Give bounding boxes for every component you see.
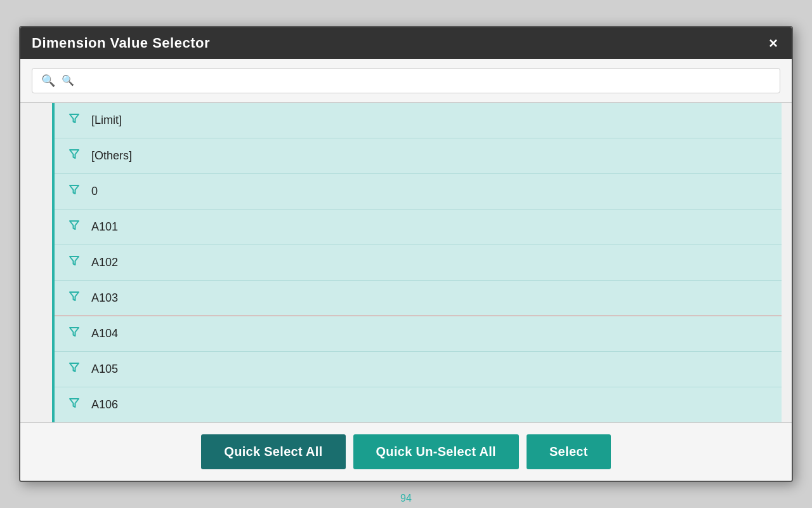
footer: Quick Select All Quick Un-Select All Sel… <box>20 422 792 481</box>
filter-icon <box>67 361 81 378</box>
list-item[interactable]: A103 <box>55 281 782 316</box>
item-label: A101 <box>91 220 118 234</box>
dialog: Dimension Value Selector × 🔍 [Limit] [Ot… <box>19 26 793 482</box>
filter-icon <box>67 183 81 200</box>
list-inner: [Limit] [Others] 0 A101 A102 A103 A104 A… <box>52 103 782 422</box>
list-item[interactable]: [Limit] <box>55 103 782 138</box>
page-number: 94 <box>400 493 412 504</box>
filter-icon <box>67 254 81 271</box>
list-item[interactable]: A101 <box>55 210 782 245</box>
dialog-header: Dimension Value Selector × <box>20 27 792 59</box>
filter-icon <box>67 147 81 164</box>
item-label: [Others] <box>91 149 132 163</box>
list-item[interactable]: 0 <box>55 174 782 210</box>
search-box: 🔍 <box>32 68 780 93</box>
search-icon: 🔍 <box>41 74 55 88</box>
list-container[interactable]: [Limit] [Others] 0 A101 A102 A103 A104 A… <box>20 103 792 422</box>
search-input[interactable] <box>62 75 771 86</box>
close-button[interactable]: × <box>766 36 780 51</box>
dialog-title: Dimension Value Selector <box>32 35 210 51</box>
filter-icon <box>67 290 81 307</box>
list-item[interactable]: [Others] <box>55 138 782 174</box>
list-item[interactable]: A105 <box>55 352 782 387</box>
list-item[interactable]: A106 <box>55 387 782 422</box>
item-label: A105 <box>91 363 118 376</box>
select-button[interactable]: Select <box>527 434 611 469</box>
item-label: A104 <box>91 327 118 340</box>
item-label: 0 <box>91 185 98 198</box>
list-item[interactable]: A102 <box>55 245 782 281</box>
quick-select-all-button[interactable]: Quick Select All <box>201 434 345 469</box>
search-area: 🔍 <box>20 59 792 103</box>
item-label: A103 <box>91 291 118 305</box>
filter-icon <box>67 325 81 342</box>
dialog-backdrop: Dimension Value Selector × 🔍 [Limit] [Ot… <box>0 0 812 508</box>
quick-unselect-all-button[interactable]: Quick Un-Select All <box>353 434 519 469</box>
filter-icon <box>67 218 81 236</box>
list-item[interactable]: A104 <box>55 316 782 352</box>
item-label: A102 <box>91 256 118 269</box>
item-label: A106 <box>91 398 118 411</box>
filter-icon <box>67 396 81 413</box>
item-label: [Limit] <box>91 114 122 127</box>
filter-icon <box>67 112 81 129</box>
